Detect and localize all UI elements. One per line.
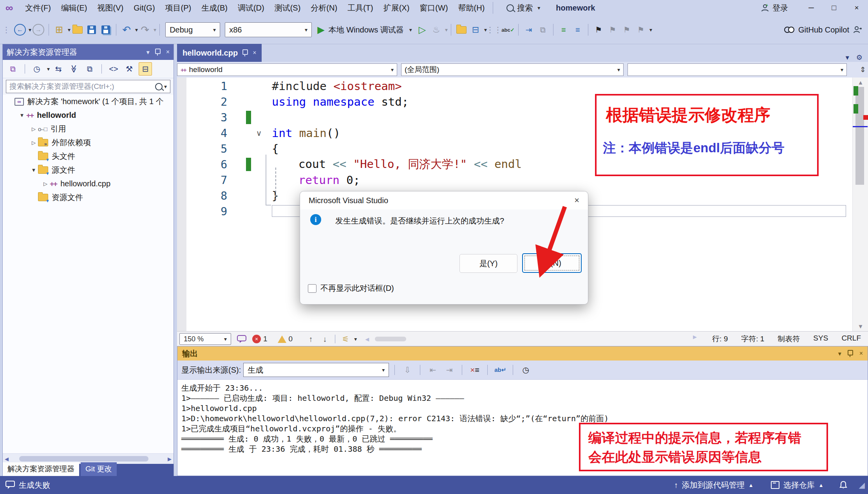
maximize-button[interactable]: □: [823, 0, 845, 16]
next-message-icon[interactable]: ⇥: [443, 364, 456, 376]
error-count-button[interactable]: × 1: [252, 335, 268, 343]
prev-message-icon[interactable]: ⇤: [427, 364, 439, 376]
navigate-forward-button[interactable]: →: [32, 23, 45, 36]
tab-solution-explorer[interactable]: 解决方案资源管理器: [3, 462, 79, 476]
save-all-button[interactable]: [99, 23, 112, 36]
type-scope-select[interactable]: (全局范围) ▾: [401, 63, 624, 76]
hscroll-right-icon[interactable]: ▶: [691, 334, 699, 344]
editor-vertical-scrollbar[interactable]: ▲ ▼: [852, 78, 868, 331]
output-source-select[interactable]: 生成 ▾: [243, 363, 389, 377]
code-line[interactable]: 1#include <iostream>: [177, 78, 852, 94]
minimize-button[interactable]: ─: [800, 0, 823, 16]
tree-item[interactable]: ▷o–□引用: [3, 122, 174, 136]
wrench-icon[interactable]: ⚒: [123, 63, 136, 75]
next-issue-button[interactable]: ↓: [318, 333, 331, 345]
solution-configuration-select[interactable]: Debug ▾: [165, 22, 220, 37]
tree-item[interactable]: ▷++helloworld.cpp: [3, 177, 174, 191]
prev-issue-button[interactable]: ↑: [304, 333, 317, 345]
warning-count-button[interactable]: 0: [278, 335, 293, 343]
expander-open-icon[interactable]: ▼: [18, 112, 26, 118]
tab-helloworld-cpp[interactable]: helloworld.cpp ×: [177, 44, 262, 62]
pin-icon[interactable]: [848, 350, 853, 357]
goto-line-button[interactable]: ⇥: [523, 23, 535, 36]
dont-show-again-checkbox[interactable]: 不再显示此对话框(D): [308, 283, 394, 294]
fold-open-icon[interactable]: ∨: [253, 128, 265, 138]
navigate-back-button[interactable]: ←: [14, 23, 26, 36]
menu-item-3[interactable]: 视图(V): [92, 2, 128, 14]
cleanup-dropdown-icon[interactable]: ▾: [354, 336, 357, 342]
encoding-indicator[interactable]: SYS: [813, 334, 828, 344]
indent-decrease-button[interactable]: ≡: [557, 23, 570, 36]
caret-line-indicator[interactable]: 行: 9: [712, 334, 728, 344]
output-header[interactable]: 输出 ▾ ×: [177, 346, 868, 361]
hot-reload-button[interactable]: ♨: [430, 23, 443, 36]
solution-explorer-view-button[interactable]: ⊟: [469, 23, 482, 36]
breakpoint-margin[interactable]: [177, 78, 186, 331]
start-without-debugging-button[interactable]: ▷: [416, 23, 429, 36]
menu-item-2[interactable]: 编辑(E): [56, 2, 92, 14]
back-dropdown-icon[interactable]: ▾: [29, 27, 31, 33]
switch-views-icon[interactable]: ⧉: [7, 63, 19, 75]
scroll-left-icon[interactable]: ◀: [3, 456, 11, 462]
find-in-files-button[interactable]: [455, 23, 468, 36]
clear-bookmarks-button[interactable]: ⚑: [635, 23, 647, 36]
search-input[interactable]: 搜索解决方案资源管理器(Ctrl+;) ▾: [6, 80, 170, 93]
start-debugging-button[interactable]: ▶ 本地 Windows 调试器 ▾: [317, 24, 412, 35]
timestamp-icon[interactable]: ◷: [519, 364, 532, 376]
scroll-down-icon[interactable]: ▼: [853, 323, 868, 330]
sign-in-button[interactable]: + 登录: [761, 3, 788, 13]
no-button[interactable]: 否(N): [522, 253, 582, 273]
menu-item-13[interactable]: 帮助(H): [453, 2, 490, 14]
word-wrap-icon[interactable]: ab↵: [494, 364, 506, 376]
solution-explorer-header[interactable]: 解决方案资源管理器 ▾ ×: [3, 44, 174, 60]
pin-icon[interactable]: [242, 49, 248, 56]
next-bookmark-button[interactable]: ⚑: [620, 23, 633, 36]
close-icon[interactable]: ×: [574, 195, 579, 206]
indent-mode-indicator[interactable]: 制表符: [778, 334, 800, 344]
expander-closed-icon[interactable]: ▷: [29, 126, 38, 132]
yes-button[interactable]: 是(Y): [459, 254, 517, 273]
search-dropdown-icon[interactable]: ▾: [164, 83, 167, 90]
tree-item[interactable]: 头文件: [3, 150, 174, 163]
toolbar-drag-handle[interactable]: ⋮: [2, 25, 11, 34]
prev-bookmark-button[interactable]: ⚑: [606, 23, 619, 36]
scroll-right-icon[interactable]: ▶: [166, 456, 174, 462]
preview-selected-items-icon[interactable]: ⊟: [139, 62, 152, 76]
menu-item-4[interactable]: Git(G): [128, 3, 160, 13]
expander-closed-icon[interactable]: ▷: [41, 181, 50, 187]
close-button[interactable]: ×: [845, 0, 868, 16]
bookmarks-dropdown-icon[interactable]: ▾: [649, 27, 652, 33]
gear-icon[interactable]: ⚙: [856, 53, 863, 62]
menu-item-1[interactable]: 文件(F): [20, 2, 56, 14]
caret-column-indicator[interactable]: 字符: 1: [741, 334, 764, 344]
menu-item-11[interactable]: 扩展(X): [378, 2, 415, 14]
show-all-files-icon[interactable]: <>: [107, 63, 120, 75]
add-to-source-control-button[interactable]: ↑ 添加到源代码管理 ▲: [674, 480, 754, 490]
close-icon[interactable]: ×: [166, 49, 170, 56]
feedback-bubble-icon[interactable]: [237, 334, 247, 344]
github-copilot-button[interactable]: GitHub Copilot: [784, 25, 862, 34]
filter-dropdown-icon[interactable]: ▾: [47, 66, 50, 72]
window-position-icon[interactable]: ▾: [146, 49, 150, 56]
clear-all-icon[interactable]: ×≡: [468, 364, 481, 376]
spell-check-button[interactable]: abc✓: [502, 23, 514, 36]
menu-item-8[interactable]: 测试(S): [269, 2, 306, 14]
indent-increase-button[interactable]: ≡: [571, 23, 584, 36]
tree-item[interactable]: ▼++helloworld: [3, 108, 174, 122]
hot-reload-dropdown-icon[interactable]: ▾: [445, 27, 448, 33]
scroll-up-icon[interactable]: ▲: [853, 79, 868, 86]
collapse-all-icon[interactable]: ≫: [68, 63, 80, 75]
menu-item-6[interactable]: 生成(B): [196, 2, 233, 14]
tree-item[interactable]: ∞解决方案 'homework' (1 个项目, 共 1 个: [3, 95, 174, 108]
scrollbar-thumb[interactable]: [19, 456, 148, 462]
properties-icon[interactable]: ⧉: [83, 63, 96, 75]
menu-item-9[interactable]: 分析(N): [306, 2, 342, 14]
line-ending-indicator[interactable]: CRLF: [841, 334, 861, 344]
open-file-button[interactable]: [71, 23, 84, 36]
search-control[interactable]: 搜索 ▾: [506, 3, 540, 13]
tab-list-dropdown-icon[interactable]: ▾: [846, 53, 849, 62]
tree-item[interactable]: ▷外部依赖项: [3, 136, 174, 150]
member-scope-select[interactable]: ▾: [627, 63, 847, 76]
menu-item-5[interactable]: 项目(P): [160, 2, 197, 14]
hscroll-left-icon[interactable]: ◀: [363, 336, 371, 342]
